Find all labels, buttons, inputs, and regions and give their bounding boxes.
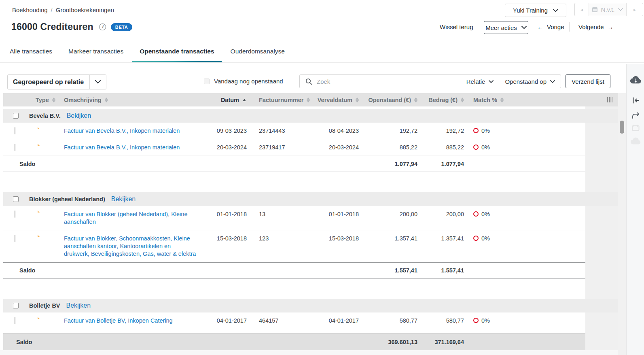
cell-type (26, 312, 49, 321)
group-name: Blokker (geheel Nederland) (29, 196, 105, 202)
download-cloud-icon[interactable] (627, 75, 644, 85)
match-ring-icon (473, 145, 479, 150)
breadcrumb-item-boekhouding[interactable]: Boekhouding (12, 6, 48, 13)
group-select-checkbox[interactable] (13, 303, 19, 308)
cell-type (26, 230, 49, 239)
column-header-vervaldatum[interactable]: Vervaldatum (307, 97, 362, 103)
administration-dropdown[interactable]: Yuki Training (505, 4, 566, 17)
saldo-outstanding: 1.077,94 (362, 161, 421, 167)
collapse-panel-icon[interactable] (627, 96, 644, 104)
group-spacer (3, 278, 585, 296)
today-filter: Vandaag nog openstaand (204, 78, 283, 85)
cell-invoice-number: 464157 (247, 312, 307, 329)
meer-acties-button[interactable]: Meer acties (484, 21, 528, 34)
sort-icon[interactable] (414, 98, 417, 102)
sort-icon[interactable] (461, 98, 464, 102)
row-checkbox[interactable] (15, 210, 15, 218)
calendar-icon-disabled (627, 125, 644, 131)
verzend-lijst-button[interactable]: Verzend lijst (566, 74, 610, 88)
period-label: N.v.t. (601, 6, 615, 13)
volgende-label: Volgende (578, 23, 604, 30)
cell-invoice-number: 123 (247, 230, 307, 247)
administration-label: Yuki Training (513, 7, 548, 14)
column-chooser-icon[interactable] (607, 97, 613, 102)
cell-invoice-number: 23719417 (247, 139, 307, 155)
group-by-dropdown[interactable]: Gegroepeerd op relatie (7, 74, 106, 89)
transaction-link[interactable]: Factuur van Blokker, Schoonmaakkosten, K… (64, 235, 196, 257)
column-header-openstaand[interactable]: Openstaand (€) (362, 97, 421, 103)
column-header-omschrijving[interactable]: Omschrijving (49, 97, 206, 103)
group-spacer (3, 172, 585, 190)
column-header-match[interactable]: Match % (467, 97, 618, 103)
group-select-checkbox[interactable] (13, 113, 19, 119)
vertical-scrollbar[interactable] (618, 93, 626, 355)
transaction-row: Factuur van Bevela B.V., Inkopen materia… (3, 139, 585, 156)
bottom-strip (0, 350, 618, 355)
cell-due-date: 15-03-2018 (307, 230, 362, 247)
cell-outstanding: 192,72 (362, 123, 421, 139)
bekijken-link[interactable]: Bekijken (111, 196, 136, 203)
volgende-button[interactable]: Volgende → (578, 23, 614, 30)
cell-due-date: 01-01-2018 (307, 206, 362, 222)
saldo-label: Saldo (3, 161, 206, 167)
period-next-button[interactable]: ▸ (626, 3, 643, 16)
actions-row: Wissel terug Meer acties ← Vorige Volgen… (437, 20, 631, 35)
sort-icon[interactable] (500, 98, 504, 102)
cell-description: Factuur van Blokker, Schoonmaakkosten, K… (49, 230, 206, 262)
breadcrumb-item-grootboekrekeningen[interactable]: Grootboekrekeningen (56, 6, 114, 13)
row-checkbox[interactable] (15, 235, 15, 242)
period-prev-button[interactable]: ◂ (575, 3, 589, 16)
cell-outstanding: 885,22 (362, 139, 421, 155)
transaction-link[interactable]: Factuur van Bevela B.V., Inkopen materia… (64, 144, 180, 151)
cell-invoice-number: 13 (247, 206, 307, 222)
tab-openstaande-transacties[interactable]: Openstaande transacties (132, 46, 221, 63)
cell-amount: 885,22 (421, 139, 467, 155)
bekijken-link[interactable]: Bekijken (66, 302, 91, 309)
search-input[interactable]: Zoek Relatie Openstaand op (299, 74, 561, 88)
cell-match: 0% (467, 206, 585, 222)
column-header-bedrag[interactable]: Bedrag (€) (421, 97, 467, 103)
wissel-terug-link[interactable]: Wissel terug (440, 23, 473, 30)
grand-total-row: Saldo 369.601,13 371.169,64 (3, 333, 585, 350)
transaction-link[interactable]: Factuur van Bolletje BV, Inkopen Caterin… (64, 317, 173, 324)
column-header-type[interactable]: Type (26, 97, 49, 103)
search-placeholder: Zoek (317, 78, 466, 85)
sort-icon[interactable] (105, 98, 108, 102)
today-checkbox[interactable] (204, 79, 210, 84)
relatie-dropdown[interactable]: Relatie (466, 78, 494, 85)
breadcrumb-separator: / (51, 6, 53, 13)
tab-markeer-transacties[interactable]: Markeer transacties (61, 46, 131, 63)
column-header-factuurnummer[interactable]: Factuurnummer (247, 97, 307, 103)
transactions-table: Type Omschrijving Datum Factuurnummer Ve… (3, 93, 618, 350)
period-dropdown[interactable]: N.v.t. (589, 3, 626, 16)
tab-ouderdomsanalyse[interactable]: Ouderdomsanalyse (223, 46, 292, 63)
cell-description: Factuur van Bevela B.V., Inkopen materia… (49, 139, 206, 155)
match-ring-icon (473, 128, 479, 133)
transaction-link[interactable]: Factuur van Bevela B.V., Inkopen materia… (64, 128, 180, 134)
vorige-label: Vorige (547, 23, 564, 30)
page-title: 16000 Crediteuren (11, 21, 93, 32)
cell-outstanding: 1.357,41 (362, 230, 421, 247)
group-header-row: Blokker (geheel Nederland)Bekijken (3, 192, 618, 206)
redo-icon[interactable] (627, 112, 644, 119)
transaction-link[interactable]: Factuur van Blokker (geheel Nederland), … (64, 211, 187, 225)
scrollbar-thumb[interactable] (620, 121, 624, 134)
bekijken-link[interactable]: Bekijken (67, 112, 91, 119)
group-select-checkbox[interactable] (13, 196, 19, 202)
row-checkbox[interactable] (15, 317, 15, 324)
vorige-button[interactable]: ← Vorige (537, 23, 564, 30)
row-checkbox[interactable] (15, 144, 15, 151)
tab-bar: Alle transacties Markeer transacties Ope… (2, 46, 292, 63)
cell-date: 15-03-2018 (206, 230, 247, 247)
match-ring-icon (473, 318, 479, 323)
right-icon-rail (626, 64, 644, 355)
sort-icon[interactable] (356, 98, 359, 102)
row-checkbox[interactable] (15, 127, 15, 134)
column-header-datum[interactable]: Datum (206, 97, 247, 103)
info-icon[interactable]: i (99, 23, 106, 30)
group-by-label: Gegroepeerd op relatie (8, 79, 89, 86)
group-name: Bevela B.V. (29, 113, 61, 119)
tab-alle-transacties[interactable]: Alle transacties (2, 46, 59, 63)
openstaand-op-dropdown[interactable]: Openstaand op (505, 78, 555, 85)
transaction-row: Factuur van Bevela B.V., Inkopen materia… (3, 123, 585, 139)
